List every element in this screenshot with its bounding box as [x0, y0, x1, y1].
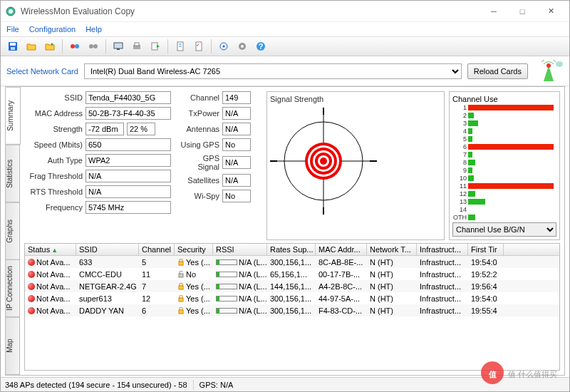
svg-point-6 — [75, 44, 79, 48]
menu-config[interactable]: Configuration — [29, 25, 76, 33]
menu-file[interactable]: File — [6, 25, 19, 33]
col-mac[interactable]: MAC Addr... — [316, 244, 367, 255]
table-row[interactable]: Not Ava...DADDY YAN6Yes (...N/A (L...300… — [25, 304, 559, 316]
svg-rect-44 — [179, 298, 183, 301]
content: SSIDTenda_F44030_5G MAC Address50-2B-73-… — [20, 87, 564, 375]
col-network[interactable]: Network T... — [367, 244, 417, 255]
svg-rect-3 — [10, 43, 16, 46]
wispy-label: Wi-Spy — [180, 192, 219, 200]
strength-label: Strength — [24, 125, 83, 133]
gpssignal-value: N/A — [222, 156, 251, 169]
channel-row: 6 — [452, 143, 556, 150]
svg-rect-42 — [179, 274, 183, 277]
export-icon[interactable] — [147, 38, 163, 54]
channel-row: 13 — [452, 197, 556, 205]
ap-grid[interactable]: Status▲ SSID Channel Security RSSI Rates… — [24, 243, 560, 371]
folder-export-icon[interactable] — [42, 38, 58, 54]
satellites-label: Satellites — [180, 176, 219, 185]
strength-pct: 22 % — [127, 123, 155, 135]
channel-row: 11 — [452, 182, 556, 190]
signal-header: Signal Strength — [270, 95, 441, 103]
channel-row: OTH — [452, 213, 556, 221]
col-infra[interactable]: Infrastruct... — [417, 244, 468, 255]
svg-rect-13 — [152, 43, 157, 50]
reload-cards-button[interactable]: Reload Cards — [467, 63, 528, 79]
svg-rect-17 — [196, 42, 202, 51]
menu-help[interactable]: Help — [86, 25, 102, 33]
svg-rect-9 — [114, 43, 123, 48]
channel-row: 10 — [452, 174, 556, 182]
table-row[interactable]: Not Ava...NETGEAR-2.4G7Yes (...N/A (L...… — [25, 280, 559, 292]
antennas-value: N/A — [222, 123, 251, 135]
frag-label: Frag Threshold — [24, 172, 83, 180]
channel-value: 149 — [222, 91, 251, 104]
gps-label: Using GPS — [180, 140, 219, 149]
freq-label: Frequency — [24, 203, 83, 212]
save-icon[interactable] — [5, 38, 21, 54]
channel-bars: 1234567891011121314OTH — [452, 103, 556, 221]
svg-marker-24 — [544, 66, 554, 81]
tab-map[interactable]: Map — [6, 317, 20, 375]
svg-point-21 — [241, 45, 244, 48]
channel-row: 9 — [452, 166, 556, 174]
channel-row: 12 — [452, 190, 556, 197]
channel-row: 3 — [452, 119, 556, 127]
status-aps: 348 APs detected (194 secure - 154 unsec… — [5, 381, 187, 389]
channel-row: 14 — [452, 205, 556, 213]
checklist-icon[interactable] — [191, 38, 207, 54]
txpower-label: TxPower — [180, 109, 219, 118]
svg-point-5 — [71, 44, 75, 48]
minimize-button[interactable]: ─ — [480, 1, 508, 21]
channel-use-select[interactable]: Channel Use B/G/N — [452, 222, 556, 237]
app-icon — [5, 6, 16, 17]
gps-value: No — [222, 138, 251, 151]
auth-label: Auth Type — [24, 156, 83, 165]
card-select[interactable]: Intel(R) Dual Band Wireless-AC 7265 — [84, 63, 462, 79]
col-security[interactable]: Security — [175, 244, 213, 255]
col-status[interactable]: Status▲ — [25, 244, 76, 255]
mac-value: 50-2B-73-F4-40-35 — [86, 107, 171, 120]
tab-statistics[interactable]: Statistics — [6, 145, 20, 202]
help-icon[interactable]: ? — [253, 38, 269, 54]
tab-ip[interactable]: IP Connection — [6, 259, 20, 317]
print-icon[interactable] — [129, 38, 145, 54]
svg-point-7 — [89, 44, 93, 48]
main-panel: Summary Statistics Graphs IP Connection … — [5, 86, 565, 376]
gpssignal-label: GPS Signal — [180, 154, 219, 171]
signal-strength-box: Signal Strength — [266, 91, 445, 240]
close-button[interactable]: ✕ — [537, 1, 565, 21]
vertical-tabs: Summary Statistics Graphs IP Connection … — [6, 87, 20, 375]
col-rssi[interactable]: RSSI — [213, 244, 267, 255]
gps-icon[interactable] — [216, 38, 232, 54]
statusbar: 348 APs detected (194 secure - 154 unsec… — [1, 377, 569, 391]
channel-row: 7 — [452, 150, 556, 158]
disconnect-icon[interactable] — [86, 38, 101, 54]
svg-text:?: ? — [259, 42, 264, 51]
svg-point-40 — [320, 158, 327, 165]
table-row[interactable]: Not Ava...super61312Yes (...N/A (L...300… — [25, 292, 559, 304]
maximize-button[interactable]: □ — [508, 1, 537, 21]
channel-use-header: Channel Use — [452, 95, 556, 103]
svg-point-8 — [93, 44, 98, 48]
connect-icon[interactable] — [67, 38, 83, 54]
card-label: Select Network Card — [6, 67, 78, 76]
col-firsttime[interactable]: First Tir — [468, 244, 504, 255]
tab-summary[interactable]: Summary — [6, 87, 21, 145]
open-icon[interactable] — [24, 38, 39, 54]
col-ssid[interactable]: SSID — [76, 244, 139, 255]
tab-graphs[interactable]: Graphs — [6, 202, 20, 260]
svg-point-26 — [556, 61, 563, 67]
monitor-icon[interactable] — [110, 38, 126, 54]
svg-rect-43 — [179, 286, 183, 289]
channel-row: 5 — [452, 135, 556, 143]
table-row[interactable]: Not Ava...CMCC-EDU11NoN/A (L...65,156,1.… — [25, 268, 559, 280]
titlebar: WirelessMon Evaluation Copy ─ □ ✕ — [1, 1, 569, 22]
svg-rect-12 — [135, 43, 139, 46]
fields-left: SSIDTenda_F44030_5G MAC Address50-2B-73-… — [24, 91, 175, 240]
log-icon[interactable] — [172, 38, 188, 54]
settings-icon[interactable] — [234, 38, 250, 54]
col-rates[interactable]: Rates Sup... — [267, 244, 316, 255]
channel-row: 2 — [452, 111, 556, 119]
col-channel[interactable]: Channel — [139, 244, 175, 255]
table-row[interactable]: Not Ava...6335Yes (...N/A (L...300,156,1… — [25, 256, 559, 268]
